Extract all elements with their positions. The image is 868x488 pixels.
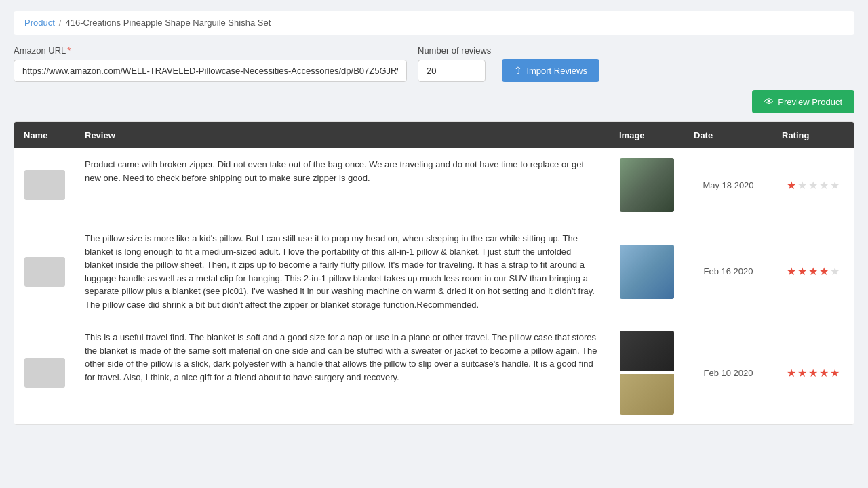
star-4: ★ bbox=[819, 265, 829, 278]
row-1-date: May 18 2020 bbox=[684, 148, 772, 222]
star-1: ★ bbox=[787, 179, 796, 192]
star-rating: ★ ★ ★ ★ ★ bbox=[787, 179, 840, 192]
row-1-review: Product came with broken zipper. Did not… bbox=[75, 148, 610, 222]
star-2: ★ bbox=[797, 179, 807, 192]
row-1-rating: ★ ★ ★ ★ ★ bbox=[772, 148, 854, 222]
count-label: Number of reviews bbox=[418, 45, 491, 56]
avatar-placeholder bbox=[24, 170, 65, 200]
row-2-rating: ★ ★ ★ ★ ★ bbox=[772, 222, 854, 321]
star-4: ★ bbox=[819, 179, 829, 192]
upload-icon: ⇧ bbox=[514, 65, 522, 76]
star-rating: ★ ★ ★ ★ ★ bbox=[787, 367, 840, 380]
url-label: Amazon URL* bbox=[14, 45, 407, 56]
star-5: ★ bbox=[830, 179, 840, 192]
row-3-date: Feb 10 2020 bbox=[684, 321, 772, 424]
col-header-image: Image bbox=[610, 122, 684, 148]
reviews-table: Name Review Image Date Rating Product ca… bbox=[14, 121, 854, 425]
count-field-group: Number of reviews bbox=[418, 45, 491, 82]
product-image-3a bbox=[620, 331, 674, 371]
breadcrumb-current-page: 416-Creations Pineapple Shape Narguile S… bbox=[65, 18, 271, 28]
row-3-rating: ★ ★ ★ ★ ★ bbox=[772, 321, 854, 424]
row-3-avatar bbox=[14, 321, 75, 424]
table-row: This is a useful travel find. The blanke… bbox=[14, 321, 854, 424]
import-reviews-button[interactable]: ⇧ Import Reviews bbox=[502, 59, 599, 82]
import-reviews-label: Import Reviews bbox=[526, 66, 587, 76]
url-field-group: Amazon URL* bbox=[14, 45, 407, 82]
breadcrumb-separator: / bbox=[59, 18, 62, 28]
star-1: ★ bbox=[787, 367, 796, 380]
review-text: The pillow size is more like a kid's pil… bbox=[85, 232, 600, 311]
star-5: ★ bbox=[830, 367, 840, 380]
product-image-3b bbox=[620, 374, 674, 415]
star-5: ★ bbox=[830, 265, 840, 278]
star-rating: ★ ★ ★ ★ ★ bbox=[787, 265, 840, 278]
star-2: ★ bbox=[797, 367, 807, 380]
product-image-1 bbox=[620, 158, 674, 212]
star-3: ★ bbox=[808, 265, 818, 278]
row-2-avatar bbox=[14, 222, 75, 321]
star-1: ★ bbox=[787, 265, 796, 278]
row-3-image bbox=[610, 321, 684, 424]
star-3: ★ bbox=[808, 179, 818, 192]
review-text: This is a useful travel find. The blanke… bbox=[85, 331, 600, 384]
star-3: ★ bbox=[808, 367, 818, 380]
row-2-review: The pillow size is more like a kid's pil… bbox=[75, 222, 610, 321]
action-row: 👁 Preview Product bbox=[14, 90, 854, 113]
star-2: ★ bbox=[797, 265, 807, 278]
review-text: Product came with broken zipper. Did not… bbox=[85, 158, 600, 184]
table-row: Product came with broken zipper. Did not… bbox=[14, 148, 854, 222]
row-1-avatar bbox=[14, 148, 75, 222]
col-header-rating: Rating bbox=[772, 122, 854, 148]
preview-product-label: Preview Product bbox=[778, 97, 842, 107]
product-image-2 bbox=[620, 245, 674, 299]
eye-icon: 👁 bbox=[764, 96, 774, 107]
star-4: ★ bbox=[819, 367, 829, 380]
row-2-date: Feb 16 2020 bbox=[684, 222, 772, 321]
breadcrumb-product-link[interactable]: Product bbox=[24, 18, 55, 28]
row-1-image bbox=[610, 148, 684, 222]
product-image-stack bbox=[620, 331, 674, 415]
amazon-url-input[interactable] bbox=[14, 60, 407, 82]
date-text: May 18 2020 bbox=[703, 180, 753, 190]
preview-product-button[interactable]: 👁 Preview Product bbox=[752, 90, 854, 113]
table-header-row: Name Review Image Date Rating bbox=[14, 122, 854, 148]
table-row: The pillow size is more like a kid's pil… bbox=[14, 222, 854, 321]
col-header-review: Review bbox=[75, 122, 610, 148]
avatar-placeholder bbox=[24, 257, 65, 287]
row-2-image bbox=[610, 222, 684, 321]
avatar-placeholder bbox=[24, 358, 65, 388]
row-3-review: This is a useful travel find. The blanke… bbox=[75, 321, 610, 424]
col-header-name: Name bbox=[14, 122, 75, 148]
review-count-input[interactable] bbox=[418, 60, 486, 82]
breadcrumb: Product / 416-Creations Pineapple Shape … bbox=[14, 11, 854, 35]
col-header-date: Date bbox=[684, 122, 772, 148]
date-text: Feb 16 2020 bbox=[703, 266, 753, 277]
url-required-indicator: * bbox=[67, 45, 71, 56]
import-form: Amazon URL* Number of reviews ⇧ Import R… bbox=[14, 45, 854, 82]
date-text: Feb 10 2020 bbox=[703, 368, 753, 378]
